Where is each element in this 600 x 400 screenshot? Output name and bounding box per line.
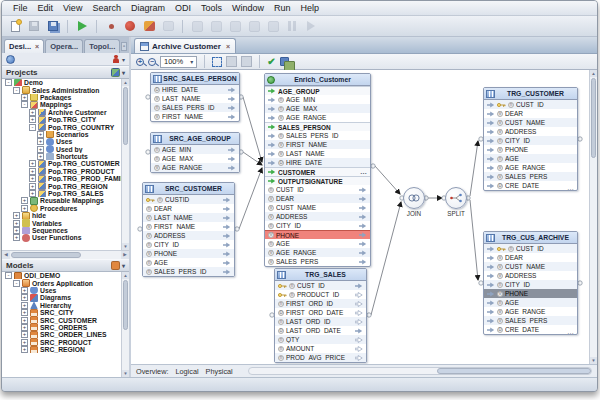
- column-cust-name[interactable]: VCUST_NAME: [484, 118, 577, 127]
- project-item-used-by[interactable]: +Used by: [2, 146, 129, 153]
- column-sales-pers[interactable]: VSALES_PERS: [265, 257, 370, 266]
- column-first-ord-date[interactable]: DFIRST_ORD_DATE: [275, 308, 366, 317]
- column-city-id[interactable]: nCITY_ID: [484, 136, 577, 145]
- expand-icon[interactable]: +: [21, 346, 28, 353]
- project-item-pop-trg-prod-family[interactable]: +Pop.TRG_PROD_FAMILY: [2, 175, 129, 182]
- column-phone[interactable]: VPHONE: [265, 230, 370, 239]
- table-trg_customer[interactable]: TRG_CUSTOMERnCUST_IDVDEARVCUST_NAMEVADDR…: [483, 87, 578, 191]
- column-last-ord-id[interactable]: nLAST_ORD_ID: [275, 317, 366, 326]
- column-phone[interactable]: VPHONE: [143, 249, 234, 258]
- menu-file[interactable]: File: [8, 2, 33, 14]
- project-item-demo[interactable]: -Demo: [2, 79, 129, 86]
- model-item-src-product[interactable]: +SRC_PRODUCT: [2, 339, 129, 346]
- models-vertical-scrollbar[interactable]: ▲ ▼: [121, 272, 129, 377]
- validate-icon[interactable]: ✔: [267, 57, 275, 67]
- expand-icon[interactable]: +: [29, 175, 36, 182]
- column-age-group[interactable]: AGE_GROUP: [265, 86, 370, 95]
- column-sales-pers-id[interactable]: nSALES_PERS_ID: [265, 131, 370, 140]
- table-header[interactable]: SRC_CUSTOMER: [143, 183, 234, 195]
- regenerate-icon[interactable]: [280, 57, 289, 66]
- column-hire-date[interactable]: DHIRE_DATE: [265, 158, 370, 167]
- menu-help[interactable]: Help: [296, 2, 325, 14]
- dock-tab-topol[interactable]: Topol...: [84, 39, 120, 53]
- expand-icon[interactable]: +: [29, 160, 36, 167]
- column-hire-date[interactable]: DHIRE_DATE: [151, 85, 239, 94]
- project-item-mappings[interactable]: -Mappings: [2, 101, 129, 108]
- project-item-sales-administration[interactable]: -Sales Administration: [2, 86, 129, 93]
- collapse-icon[interactable]: -: [13, 280, 20, 287]
- zoom-out-icon[interactable]: −: [148, 58, 156, 66]
- expand-icon[interactable]: +: [21, 317, 28, 324]
- operator-split[interactable]: [445, 187, 467, 209]
- column-outputsignature[interactable]: OUTPUTSIGNATURE: [265, 176, 370, 185]
- column-cust-id[interactable]: nCUST_ID: [484, 244, 577, 253]
- scroll-up-icon[interactable]: ▲: [122, 272, 129, 279]
- column-city-id[interactable]: nCITY_ID: [484, 280, 577, 289]
- expand-icon[interactable]: +: [13, 220, 20, 227]
- expand-icon[interactable]: +: [29, 168, 36, 175]
- close-icon[interactable]: ×: [35, 43, 39, 50]
- column-prod-avg-price[interactable]: nPROD_AVG_PRICE: [275, 353, 366, 362]
- chevron-down-icon[interactable]: ▾: [122, 262, 125, 269]
- column-address[interactable]: VADDRESS: [484, 271, 577, 280]
- bottom-tab-logical[interactable]: Logical: [175, 367, 198, 376]
- expand-icon[interactable]: +: [21, 324, 28, 331]
- restart-icon[interactable]: [141, 18, 157, 34]
- new-file-icon[interactable]: [7, 18, 23, 34]
- column-cust-id[interactable]: nCUST_ID: [275, 281, 366, 290]
- projects-vertical-scrollbar[interactable]: ▲ ▼: [121, 79, 129, 250]
- dock-tab-opera[interactable]: Opera...: [45, 39, 83, 53]
- project-item-pop-trg-sales[interactable]: +Pop.TRG_SALES: [2, 190, 129, 197]
- column-age-min[interactable]: nAGE_MIN: [151, 145, 239, 154]
- model-item-src-city[interactable]: +SRC_CITY: [2, 309, 129, 316]
- expand-icon[interactable]: +: [21, 331, 28, 338]
- expand-icon[interactable]: +: [29, 183, 36, 190]
- project-item-archive-customer[interactable]: +Archive Customer: [2, 109, 129, 116]
- save-all-icon[interactable]: [45, 18, 61, 34]
- table-header[interactable]: TRG_CUSTOMER: [484, 88, 577, 100]
- project-item-scenarios[interactable]: +Scenarios: [2, 131, 129, 138]
- scroll-right-icon[interactable]: ▶: [121, 251, 129, 259]
- column-dear[interactable]: VDEAR: [265, 194, 370, 203]
- project-item-packages[interactable]: +Packages: [2, 94, 129, 101]
- scroll-down-icon[interactable]: ▼: [122, 243, 129, 250]
- column-amount[interactable]: nAMOUNT: [275, 344, 366, 353]
- column-last-ord-date[interactable]: DLAST_ORD_DATE: [275, 326, 366, 335]
- designer-filter-icon[interactable]: [112, 55, 120, 64]
- table-header[interactable]: TRG_CUS_ARCHIVE: [484, 232, 577, 244]
- scrollbar-thumb[interactable]: [123, 280, 128, 330]
- project-item-hide[interactable]: +hide: [2, 212, 129, 219]
- chevron-down-icon[interactable]: ▾: [122, 56, 125, 63]
- column-customer[interactable]: CUSTOMER…: [265, 167, 370, 176]
- table-src_age_group[interactable]: SRC_AGE_GROUPnAGE_MINnAGE_MAXVAGE_RANGE: [150, 132, 240, 173]
- expand-icon[interactable]: +: [21, 339, 28, 346]
- column-cre-date[interactable]: DCRE_DATE: [484, 325, 577, 334]
- table-trg_sales[interactable]: TRG_SALESnCUST_IDnPRODUCT_IDnFIRST_ORD_I…: [274, 268, 367, 363]
- column-phone[interactable]: VPHONE: [484, 289, 577, 298]
- column-age[interactable]: nAGE: [265, 239, 370, 248]
- project-item-reusable-mappings[interactable]: +Reusable Mappings: [2, 197, 129, 204]
- column-sales-person[interactable]: SALES_PERSON: [265, 122, 370, 131]
- menu-window[interactable]: Window: [227, 2, 269, 14]
- expand-icon[interactable]: +: [29, 190, 36, 197]
- column-age-range[interactable]: VAGE_RANGE: [265, 248, 370, 257]
- column-age-range[interactable]: VAGE_RANGE: [265, 113, 370, 122]
- scroll-up-icon[interactable]: ▲: [590, 70, 597, 77]
- bottom-tab-physical[interactable]: Physical: [206, 367, 233, 376]
- menu-view[interactable]: View: [58, 2, 87, 14]
- expand-icon[interactable]: +: [21, 287, 28, 294]
- tab-archive-customer[interactable]: Archive Customer ×: [134, 38, 236, 53]
- column-cust-name[interactable]: VCUST_NAME: [484, 262, 577, 271]
- menu-odi[interactable]: ODI: [170, 2, 196, 14]
- scrollbar-thumb[interactable]: [123, 87, 128, 145]
- projects-panel-header[interactable]: Projects ▾: [2, 66, 129, 79]
- zoom-level-select[interactable]: 100% ▾: [160, 56, 197, 68]
- table-header[interactable]: SRC_SALES_PERSON: [151, 73, 239, 85]
- dock-minimize-icon[interactable]: ▫: [121, 42, 127, 51]
- projects-horizontal-scrollbar[interactable]: ◀ ▶: [2, 250, 129, 259]
- column-city-id[interactable]: nCITY_ID: [143, 240, 234, 249]
- column-dear[interactable]: nDEAR: [143, 204, 234, 213]
- new-model-icon[interactable]: [111, 261, 120, 270]
- expand-icon[interactable]: +: [29, 116, 36, 123]
- column-age-range[interactable]: VAGE_RANGE: [151, 163, 239, 172]
